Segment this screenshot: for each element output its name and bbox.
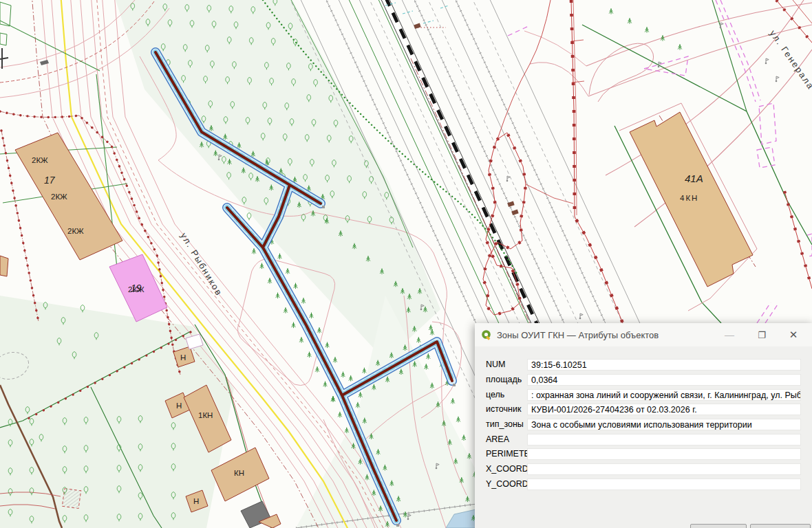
- label-2kzh-1: 2КЖ: [32, 156, 48, 164]
- field-label-ploshad: площадь: [486, 375, 524, 384]
- app-stage: 2КЖ 17 2КЖ 2КЖ 2КЖ 19 41А 4КН Н 1КН КН Н…: [0, 0, 812, 528]
- label-41a: 41А: [685, 173, 703, 184]
- field-label-tip-zony: тип_зоны: [486, 419, 524, 429]
- field-label-num: NUM: [486, 360, 524, 369]
- street-label-rybnikov: ул. Рыбников: [178, 231, 224, 298]
- label-4kn: 4КН: [680, 194, 698, 202]
- field-label-x-coord: X_COORD: [486, 464, 524, 474]
- label-n3: Н: [180, 353, 186, 362]
- label-2kzh-2: 2КЖ: [51, 192, 67, 201]
- field-value-y-coord[interactable]: [527, 478, 801, 490]
- field-label-istochnik: источник: [486, 404, 524, 414]
- dialog-button-1[interactable]: [690, 524, 747, 528]
- field-value-istochnik[interactable]: КУВИ-001/2026-27404236 от 02.03.2026 г.: [527, 404, 801, 415]
- dialog-titlebar[interactable]: Зоны ОУИТ ГКН — Атрибуты объектов — ❐ ✕: [475, 323, 812, 346]
- label-pink-num: 19: [131, 283, 142, 294]
- field-value-x-coord[interactable]: [527, 463, 801, 475]
- dialog-title: Зоны ОУИТ ГКН — Атрибуты объектов: [497, 330, 719, 340]
- label-1kn: 1КН: [198, 411, 213, 419]
- building-left-sliver: [0, 256, 8, 276]
- vegetation-tint: [0, 0, 482, 528]
- maximize-button[interactable]: ❐: [751, 330, 772, 340]
- field-label-y-coord: Y_COORD: [486, 479, 524, 489]
- field-label-area: AREA: [486, 434, 524, 444]
- close-button[interactable]: ✕: [783, 329, 804, 341]
- field-value-perimeter[interactable]: [527, 448, 801, 460]
- field-value-tsel[interactable]: : охранная зона линий и сооружений связи…: [527, 389, 801, 401]
- label-17: 17: [44, 175, 56, 186]
- building-17: [15, 133, 122, 260]
- field-value-area[interactable]: [527, 434, 801, 446]
- label-n2: Н: [193, 497, 199, 505]
- street-label-chelnokova: ул. Генерала Челнокова: [768, 28, 812, 141]
- label-kn: КН: [234, 469, 244, 477]
- dialog-button-2[interactable]: [750, 524, 811, 528]
- field-label-perimeter: PERIMETER: [486, 449, 524, 459]
- attributes-dialog: Зоны ОУИТ ГКН — Атрибуты объектов — ❐ ✕ …: [475, 323, 812, 528]
- qgis-icon: [481, 329, 492, 340]
- field-value-num[interactable]: 39:15-6.10251: [527, 359, 801, 371]
- minimize-button[interactable]: —: [719, 329, 740, 340]
- field-value-tip-zony[interactable]: Зона с особыми условиями использования т…: [527, 419, 801, 430]
- label-2kzh-3: 2КЖ: [67, 227, 84, 235]
- label-n1: Н: [176, 402, 182, 410]
- field-value-ploshad[interactable]: 0,0364: [527, 374, 801, 386]
- construction-hatch: [62, 488, 81, 508]
- field-label-tsel: цель: [486, 390, 524, 399]
